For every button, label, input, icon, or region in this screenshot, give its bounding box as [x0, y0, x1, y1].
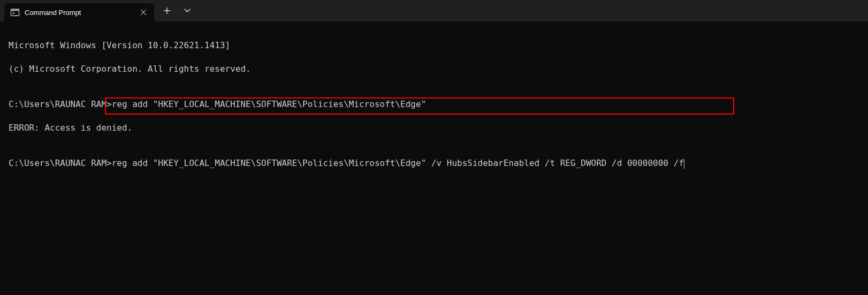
copyright-line: (c) Microsoft Corporation. All rights re… — [9, 63, 859, 75]
tab-dropdown-button[interactable] — [178, 2, 197, 19]
error-line: ERROR: Access is denied. — [9, 122, 859, 134]
new-tab-button[interactable] — [157, 2, 177, 19]
cursor — [684, 159, 684, 169]
prompt: C:\Users\RAUNAC RAM> — [9, 158, 112, 168]
command-line-2: C:\Users\RAUNAC RAM>reg add "HKEY_LOCAL_… — [9, 157, 859, 169]
svg-rect-1 — [11, 9, 19, 10]
tab-title: Command Prompt — [25, 9, 81, 17]
title-bar-actions — [157, 0, 197, 21]
terminal-output[interactable]: Microsoft Windows [Version 10.0.22621.14… — [0, 21, 868, 199]
close-tab-button[interactable] — [138, 7, 149, 18]
title-bar: >_ Command Prompt — [0, 0, 868, 21]
command-line-1: C:\Users\RAUNAC RAM>reg add "HKEY_LOCAL_… — [9, 99, 859, 110]
tab-content: >_ Command Prompt — [11, 9, 81, 17]
version-line: Microsoft Windows [Version 10.0.22621.14… — [9, 40, 859, 51]
prompt: C:\Users\RAUNAC RAM> — [9, 99, 112, 109]
terminal-icon: >_ — [11, 9, 19, 16]
command-text: reg add "HKEY_LOCAL_MACHINE\SOFTWARE\Pol… — [112, 158, 684, 168]
tab-command-prompt[interactable]: >_ Command Prompt — [4, 3, 154, 21]
command-text: reg add "HKEY_LOCAL_MACHINE\SOFTWARE\Pol… — [112, 99, 427, 109]
svg-text:>_: >_ — [12, 11, 18, 16]
